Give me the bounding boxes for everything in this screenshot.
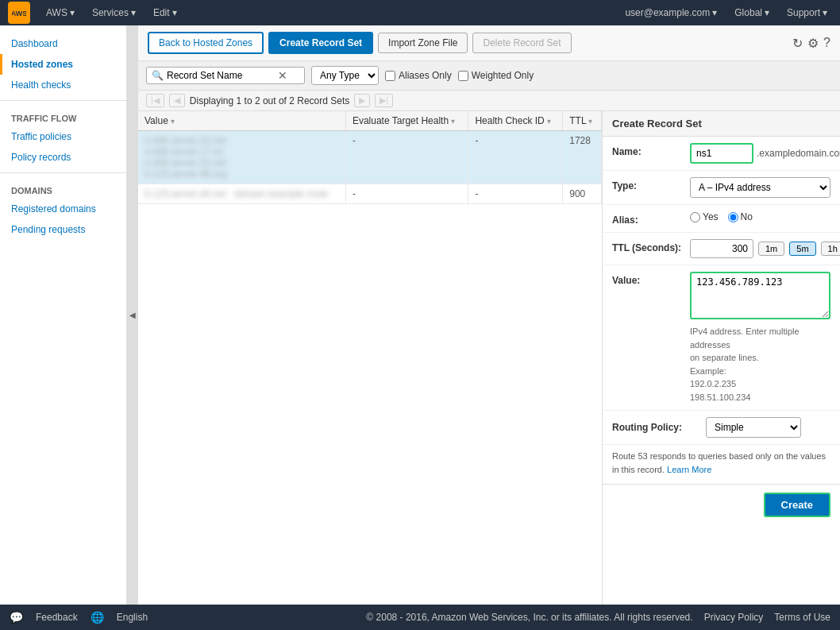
row-ttl: 900 (563, 184, 602, 204)
sort-icon: ▾ (547, 117, 551, 126)
delete-record-set-button[interactable]: Delete Record Set (472, 33, 571, 53)
create-record-set-button[interactable]: Create Record Set (268, 32, 373, 54)
sort-icon: ▾ (588, 117, 592, 126)
value-label: Value: (612, 272, 684, 286)
chevron-down-icon: ▾ (70, 7, 75, 18)
panel-footer: Create (603, 484, 840, 525)
first-page-btn[interactable]: |◀ (146, 94, 164, 107)
aliases-only-checkbox[interactable] (385, 71, 395, 81)
page-display: Displaying 1 to 2 out of 2 Record Sets (190, 95, 349, 106)
ttl-1h-btn[interactable]: 1h (821, 242, 840, 256)
gear-icon[interactable]: ⚙ (807, 36, 819, 51)
sidebar-item-registered-domains[interactable]: Registered domains (0, 199, 126, 219)
sidebar-divider (0, 100, 126, 101)
routing-policy-label: Routing Policy: (612, 422, 699, 433)
col-health-check[interactable]: Health Check ID ▾ (468, 111, 563, 131)
name-label: Name: (612, 143, 684, 157)
name-input[interactable] (690, 143, 753, 164)
feedback-link[interactable]: Feedback (36, 612, 78, 623)
services-menu-btn[interactable]: Services ▾ (87, 6, 141, 20)
value-form-row: Value: 123.456.789.123 IPv4 address. Ent… (603, 265, 840, 411)
next-page-btn[interactable]: ▶ (354, 94, 370, 107)
top-nav: AWS AWS ▾ Services ▾ Edit ▾ user@example… (0, 0, 840, 25)
type-filter-select[interactable]: Any Type (311, 66, 379, 85)
col-value[interactable]: Value ▾ (138, 111, 345, 131)
search-input-wrap: 🔍 ✕ (146, 67, 305, 84)
footer: 💬 Feedback 🌐 English © 2008 - 2016, Amaz… (0, 605, 840, 630)
sidebar-item-pending-requests[interactable]: Pending requests (0, 219, 126, 240)
help-icon[interactable]: ? (823, 36, 830, 50)
value-textarea[interactable]: 123.456.789.123 (690, 272, 830, 319)
ttl-5m-btn[interactable]: 5m (789, 242, 815, 256)
privacy-policy-link[interactable]: Privacy Policy (704, 612, 764, 623)
alias-no-radio[interactable] (728, 212, 738, 222)
weighted-only-label: Weighted Only (472, 70, 534, 81)
alias-label: Alias: (612, 211, 684, 226)
search-input[interactable] (167, 70, 278, 81)
sidebar-item-health-checks[interactable]: Health checks (0, 75, 126, 95)
row-ttl: 1728 (563, 131, 602, 184)
region-menu-btn[interactable]: Global ▾ (730, 6, 774, 20)
chevron-down-icon: ▾ (131, 7, 136, 18)
alias-no-label: No (741, 211, 753, 222)
ttl-input[interactable] (690, 239, 753, 258)
chat-icon: 💬 (10, 611, 23, 624)
sidebar-section-domains: Domains (0, 178, 126, 199)
copyright-text: © 2008 - 2016, Amazon Web Services, Inc.… (366, 612, 692, 623)
weighted-only-checkbox-wrap: Weighted Only (458, 70, 534, 81)
row-value: 5.123.server.44.net domain example route (138, 184, 345, 204)
sidebar: Dashboard Hosted zones Health checks Tra… (0, 25, 127, 605)
clear-search-icon[interactable]: ✕ (278, 69, 287, 82)
refresh-icon[interactable]: ↻ (792, 36, 803, 51)
table-row[interactable]: 5.123.server.44.net domain example route… (138, 184, 602, 204)
type-select[interactable]: A – IPv4 address (690, 177, 830, 198)
aws-logo: AWS (8, 2, 30, 24)
chevron-down-icon: ▾ (172, 7, 177, 18)
search-icon: 🔍 (152, 70, 164, 81)
aliases-only-checkbox-wrap: Aliases Only (385, 70, 452, 81)
account-menu-btn[interactable]: user@example.com ▾ (620, 6, 722, 20)
sidebar-section-traffic: Traffic flow (0, 106, 126, 126)
name-input-wrap: .exampledomain.com. (690, 143, 840, 164)
routing-policy-select[interactable]: Simple (706, 417, 801, 438)
row-value: 4.456.server.23.net 4.456.server.17.ns 4… (138, 131, 345, 184)
sidebar-item-dashboard[interactable]: Dashboard (0, 33, 126, 54)
toolbar: Back to Hosted Zones Create Record Set I… (138, 25, 840, 61)
ttl-1m-btn[interactable]: 1m (758, 242, 784, 256)
learn-more-link[interactable]: Learn More (667, 465, 711, 474)
sidebar-item-hosted-zones[interactable]: Hosted zones (0, 54, 126, 75)
sort-icon: ▾ (171, 117, 175, 126)
sidebar-toggle[interactable]: ◀ (127, 25, 138, 605)
right-panel: Create Record Set Name: .exampledomain.c… (602, 111, 840, 605)
weighted-only-checkbox[interactable] (458, 71, 468, 81)
routing-policy-row: Routing Policy: Simple (603, 411, 840, 445)
value-hint: IPv4 address. Enter multiple addresses o… (690, 325, 830, 404)
chevron-down-icon: ▾ (712, 7, 717, 18)
main-layout: Dashboard Hosted zones Health checks Tra… (0, 25, 840, 605)
chevron-down-icon: ▾ (765, 7, 769, 18)
aws-menu-btn[interactable]: AWS ▾ (41, 6, 79, 20)
prev-page-btn[interactable]: ◀ (169, 94, 185, 107)
edit-menu-btn[interactable]: Edit ▾ (148, 6, 182, 20)
last-page-btn[interactable]: ▶| (375, 94, 393, 107)
type-form-row: Type: A – IPv4 address (603, 171, 840, 205)
alias-yes-radio[interactable] (690, 212, 700, 222)
sidebar-item-traffic-policies[interactable]: Traffic policies (0, 126, 126, 147)
language-link[interactable]: English (117, 612, 148, 623)
table-row[interactable]: 4.456.server.23.net 4.456.server.17.ns 4… (138, 131, 602, 184)
chevron-down-icon: ▾ (823, 7, 827, 18)
col-ttl[interactable]: TTL ▾ (563, 111, 602, 131)
import-zone-file-button[interactable]: Import Zone File (378, 33, 468, 53)
create-button[interactable]: Create (764, 493, 830, 517)
sidebar-item-policy-records[interactable]: Policy records (0, 147, 126, 168)
alias-form-row: Alias: Yes No (603, 205, 840, 233)
globe-icon: 🌐 (91, 611, 104, 624)
search-bar: 🔍 ✕ Any Type Aliases Only Weighted Only (138, 61, 840, 91)
sort-icon: ▾ (451, 117, 455, 126)
terms-link[interactable]: Terms of Use (774, 612, 830, 623)
support-menu-btn[interactable]: Support ▾ (782, 6, 832, 20)
routing-desc: Route 53 responds to queries based only … (603, 445, 840, 484)
sidebar-divider-2 (0, 172, 126, 173)
col-eval-health[interactable]: Evaluate Target Health ▾ (345, 111, 468, 131)
back-to-hosted-zones-button[interactable]: Back to Hosted Zones (148, 32, 264, 54)
